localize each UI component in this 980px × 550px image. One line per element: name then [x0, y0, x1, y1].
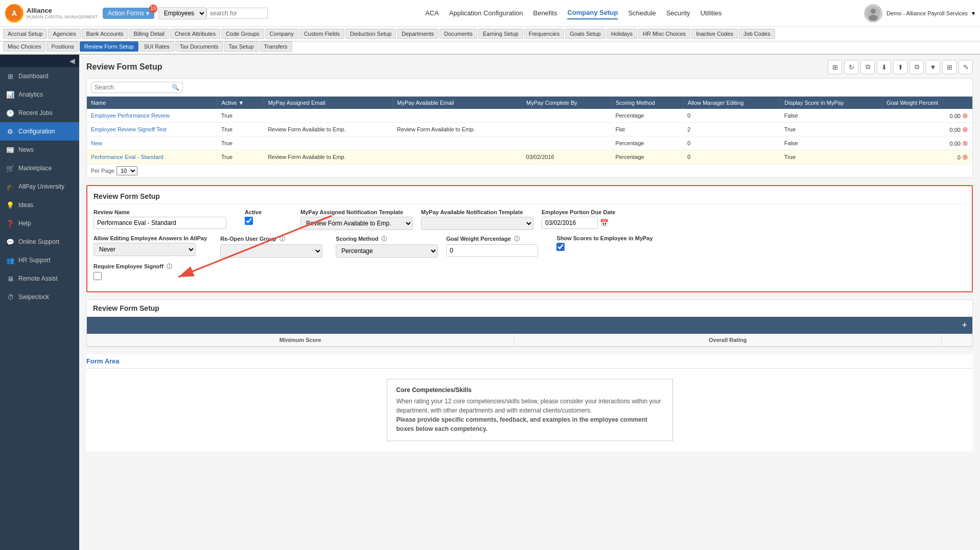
- sidebar-item-ideas[interactable]: 💡 Ideas: [0, 196, 79, 214]
- tab-frequencies[interactable]: Frequencies: [524, 29, 565, 39]
- allow-editing-label: Allow Editing Employee Answers In AllPay: [94, 235, 207, 241]
- nav-aca[interactable]: ACA: [425, 7, 439, 19]
- row-name-link[interactable]: Performance Eval - Standard: [91, 154, 164, 160]
- sidebar-label-swipeclock: Swipeclock: [18, 293, 49, 301]
- delete-row-button[interactable]: ⊗: [962, 125, 968, 133]
- action-forms-button[interactable]: Action Forms 19 ▾: [103, 8, 154, 19]
- tab-job-codes[interactable]: Job Codes: [739, 29, 775, 39]
- add-rating-button[interactable]: +: [962, 320, 967, 331]
- employee-due-input[interactable]: [542, 217, 598, 229]
- row-name-link[interactable]: Employee Review Signoff Test: [91, 126, 167, 132]
- sidebar-item-hr-support[interactable]: 👥 HR Support: [0, 251, 79, 269]
- scoring-method-select[interactable]: Percentage Flat None: [336, 244, 438, 258]
- tab-custom-fields[interactable]: Custom Fields: [299, 29, 344, 39]
- tab-billing-detail[interactable]: Billing Detail: [129, 29, 170, 39]
- sidebar-collapse[interactable]: ◀: [0, 55, 79, 67]
- tab-documents[interactable]: Documents: [439, 29, 477, 39]
- sidebar-item-swipeclock[interactable]: ⏱ Swipeclock: [0, 288, 79, 306]
- tab-review-form-setup[interactable]: Review Form Setup: [80, 41, 138, 52]
- nav-utilities[interactable]: Utilities: [701, 7, 722, 19]
- toolbar-filter-icon[interactable]: ▼: [926, 60, 940, 74]
- competency-description: When rating your 12 core competencies/sk…: [396, 397, 663, 433]
- nav-schedule[interactable]: Schedule: [628, 7, 656, 19]
- mypay-available-select[interactable]: [421, 217, 533, 230]
- delete-row-button[interactable]: ⊗: [962, 139, 968, 147]
- nav-company-setup[interactable]: Company Setup: [567, 7, 618, 19]
- toolbar-edit-icon[interactable]: ✎: [959, 60, 973, 74]
- col-header-display-score: Display Score in MyPay: [780, 97, 882, 109]
- sidebar-item-configuration[interactable]: ⚙ Configuration: [0, 122, 79, 141]
- tab-company[interactable]: Company: [265, 29, 298, 39]
- nav-security[interactable]: Security: [666, 7, 690, 19]
- nav-app-config[interactable]: Application Configuration: [449, 7, 523, 19]
- toolbar-download-icon[interactable]: ⬇: [877, 60, 891, 74]
- sidebar-label-configuration: Configuration: [18, 128, 55, 135]
- sidebar-item-marketplace[interactable]: 🛒 Marketplace: [0, 159, 79, 177]
- review-name-input[interactable]: [94, 217, 226, 229]
- employee-type-select[interactable]: Employees: [158, 7, 206, 19]
- row-name-link[interactable]: New: [91, 140, 102, 146]
- tab-misc-choices[interactable]: Misc Choices: [3, 41, 45, 52]
- row-assigned-email: Review Form Available to Emp.: [264, 150, 393, 164]
- active-checkbox[interactable]: [245, 217, 253, 225]
- top-navigation: ACA Application Configuration Benefits C…: [283, 7, 864, 19]
- tab-departments[interactable]: Departments: [397, 29, 438, 39]
- svg-point-3: [871, 9, 876, 14]
- reopen-group-select[interactable]: [220, 244, 322, 258]
- toolbar-upload-icon[interactable]: ⬆: [893, 60, 907, 74]
- toolbar-refresh-icon[interactable]: ↻: [844, 60, 858, 74]
- tab-code-groups[interactable]: Code Groups: [221, 29, 264, 39]
- tab-tax-documents[interactable]: Tax Documents: [175, 41, 223, 52]
- sidebar-item-help[interactable]: ❓ Help: [0, 214, 79, 233]
- tab-agencies[interactable]: Agencies: [48, 29, 80, 39]
- row-scoring: Percentage: [611, 136, 683, 150]
- toolbar-duplicate-icon[interactable]: ⧉: [909, 60, 924, 74]
- toolbar-copy-icon[interactable]: ⧉: [860, 60, 875, 74]
- recent-jobs-icon: 🕐: [6, 109, 14, 117]
- form-row-1: Review Name Active MyPay Assigned Notifi…: [94, 209, 966, 230]
- allow-editing-select[interactable]: Never Always: [94, 243, 196, 256]
- col-header-assigned-email: MyPay Assigned Email: [264, 97, 393, 109]
- require-signoff-group: Require Employee Signoff ⓘ: [94, 263, 221, 280]
- show-scores-checkbox[interactable]: [556, 243, 565, 251]
- col-header-active[interactable]: Active ▼: [217, 97, 264, 109]
- delete-row-button[interactable]: ⊗: [962, 153, 968, 161]
- calendar-icon[interactable]: 📅: [600, 219, 609, 227]
- tab-earning-setup[interactable]: Earning Setup: [478, 29, 523, 39]
- tab-tax-setup[interactable]: Tax Setup: [224, 41, 259, 52]
- sidebar-item-analytics[interactable]: 📊 Analytics: [0, 85, 79, 104]
- sidebar-item-news[interactable]: 📰 News: [0, 141, 79, 159]
- mypay-assigned-select[interactable]: Review Form Available to Emp.: [300, 217, 413, 230]
- sidebar-item-online-support[interactable]: 💬 Online Support: [0, 233, 79, 251]
- require-signoff-checkbox[interactable]: [94, 272, 102, 280]
- form-section-title: Review Form Setup: [94, 192, 966, 204]
- goal-weight-input[interactable]: [446, 244, 538, 257]
- tab-positions[interactable]: Positions: [46, 41, 79, 52]
- tab-sui-rates[interactable]: SUI Rates: [139, 41, 174, 52]
- bottom-section-title: Review Form Setup: [87, 300, 972, 317]
- tab-bank-accounts[interactable]: Bank Accounts: [82, 29, 128, 39]
- nav-benefits[interactable]: Benefits: [533, 7, 557, 19]
- per-page-select[interactable]: 10 25 50: [116, 166, 137, 175]
- sidebar-item-remote-assist[interactable]: 🖥 Remote Assist: [0, 269, 79, 288]
- global-search-input[interactable]: [206, 8, 268, 19]
- toolbar-grid-icon[interactable]: ⊞: [828, 60, 842, 74]
- sidebar-item-allpay-university[interactable]: 🎓 AllPay University: [0, 177, 79, 196]
- tab-transfers[interactable]: Transfers: [260, 41, 292, 52]
- table-search-input[interactable]: [95, 84, 172, 91]
- row-weight: 0.00 ⊗: [882, 109, 972, 123]
- row-name-link[interactable]: Employee Performance Review: [91, 112, 170, 119]
- tab-goals-setup[interactable]: Goals Setup: [565, 29, 605, 39]
- toolbar-columns-icon[interactable]: ⊞: [942, 60, 956, 74]
- tab-inactive-codes[interactable]: Inactive Codes: [691, 29, 738, 39]
- sidebar-item-dashboard[interactable]: ⊞ Dashboard: [0, 67, 79, 85]
- tab-hr-misc-choices[interactable]: HR Misc Choices: [638, 29, 690, 39]
- tab-holidays[interactable]: Holidays: [606, 29, 637, 39]
- tab-deduction-setup[interactable]: Deduction Setup: [345, 29, 396, 39]
- col-header-scoring: Scoring Method: [611, 97, 683, 109]
- tab-check-attributes[interactable]: Check Attributes: [170, 29, 220, 39]
- delete-row-button[interactable]: ⊗: [962, 111, 968, 120]
- configuration-icon: ⚙: [6, 127, 14, 135]
- tab-accrual-setup[interactable]: Accrual Setup: [3, 29, 47, 39]
- sidebar-item-recent-jobs[interactable]: 🕐 Recent Jobs: [0, 104, 79, 122]
